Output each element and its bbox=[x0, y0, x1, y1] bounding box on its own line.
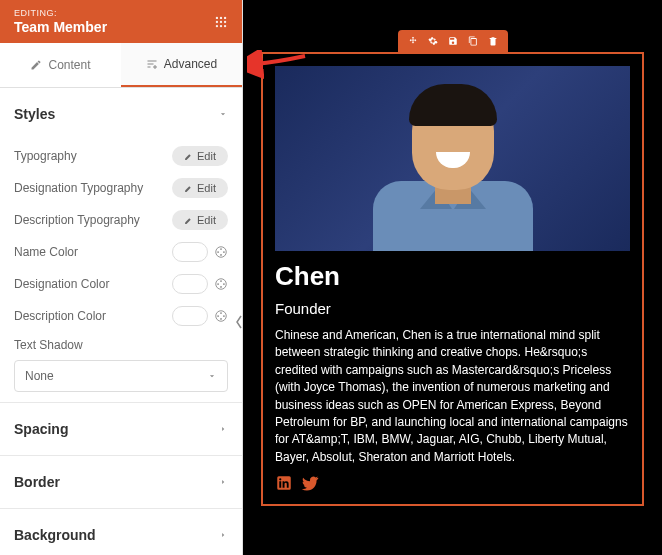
svg-point-17 bbox=[220, 286, 222, 288]
svg-point-21 bbox=[223, 315, 225, 317]
section-background-header[interactable]: Background bbox=[14, 509, 228, 555]
svg-point-3 bbox=[216, 20, 218, 22]
pencil-icon bbox=[184, 216, 193, 225]
section-border-header[interactable]: Border bbox=[14, 456, 228, 508]
section-border-title: Border bbox=[14, 474, 60, 490]
designation-typography-edit-button[interactable]: Edit bbox=[172, 178, 228, 198]
section-styles-header[interactable]: Styles bbox=[14, 88, 228, 140]
svg-point-23 bbox=[217, 315, 219, 317]
svg-point-16 bbox=[223, 283, 225, 285]
move-icon[interactable] bbox=[408, 35, 418, 47]
description-typography-label: Description Typography bbox=[14, 213, 140, 227]
editing-label: EDITING: bbox=[14, 8, 107, 18]
sliders-icon bbox=[146, 58, 158, 70]
color-picker-icon[interactable] bbox=[214, 245, 228, 259]
description-typography-edit-button[interactable]: Edit bbox=[172, 210, 228, 230]
description-color-label: Description Color bbox=[14, 309, 106, 323]
svg-point-11 bbox=[223, 251, 225, 253]
chevron-right-icon bbox=[218, 477, 228, 487]
svg-point-8 bbox=[224, 24, 226, 26]
section-styles-title: Styles bbox=[14, 106, 55, 122]
chevron-right-icon bbox=[218, 530, 228, 540]
text-shadow-select[interactable]: None bbox=[14, 360, 228, 392]
member-role: Founder bbox=[275, 300, 630, 317]
color-picker-icon[interactable] bbox=[214, 277, 228, 291]
editor-panel: EDITING: Team Member Content Advanced St… bbox=[0, 0, 243, 555]
panel-body: Styles Typography Edit Designation Typog… bbox=[0, 88, 242, 555]
svg-point-13 bbox=[217, 251, 219, 253]
chevron-down-icon bbox=[207, 371, 217, 381]
tab-advanced-label: Advanced bbox=[164, 57, 217, 71]
team-member-card[interactable]: Chen Founder Chinese and American, Chen … bbox=[261, 52, 644, 506]
typography-edit-button[interactable]: Edit bbox=[172, 146, 228, 166]
name-color-label: Name Color bbox=[14, 245, 78, 259]
pencil-icon bbox=[30, 59, 42, 71]
section-spacing-header[interactable]: Spacing bbox=[14, 403, 228, 455]
svg-point-6 bbox=[216, 24, 218, 26]
chevron-right-icon bbox=[218, 424, 228, 434]
member-name: Chen bbox=[275, 261, 630, 292]
panel-tabs: Content Advanced bbox=[0, 43, 242, 88]
svg-point-15 bbox=[220, 280, 222, 282]
apps-icon[interactable] bbox=[214, 15, 228, 29]
tab-advanced[interactable]: Advanced bbox=[121, 43, 242, 87]
member-photo bbox=[275, 66, 630, 251]
preview-canvas: Chen Founder Chinese and American, Chen … bbox=[243, 0, 662, 555]
text-shadow-value: None bbox=[25, 369, 54, 383]
duplicate-icon[interactable] bbox=[468, 35, 478, 47]
chevron-down-icon bbox=[218, 109, 228, 119]
designation-color-label: Designation Color bbox=[14, 277, 109, 291]
panel-header: EDITING: Team Member bbox=[0, 0, 242, 43]
settings-icon[interactable] bbox=[428, 35, 438, 47]
color-picker-icon[interactable] bbox=[214, 309, 228, 323]
svg-point-7 bbox=[220, 24, 222, 26]
svg-point-2 bbox=[224, 16, 226, 18]
svg-point-12 bbox=[220, 254, 222, 256]
pencil-icon bbox=[184, 184, 193, 193]
svg-point-1 bbox=[220, 16, 222, 18]
delete-icon[interactable] bbox=[488, 35, 498, 47]
collapse-panel-icon[interactable] bbox=[235, 314, 242, 330]
description-color-swatch[interactable] bbox=[172, 306, 208, 326]
element-toolbar bbox=[398, 30, 508, 52]
pencil-icon bbox=[184, 152, 193, 161]
text-shadow-label: Text Shadow bbox=[14, 338, 83, 352]
tab-content-label: Content bbox=[48, 58, 90, 72]
tab-content[interactable]: Content bbox=[0, 43, 121, 87]
svg-point-0 bbox=[216, 16, 218, 18]
section-spacing-title: Spacing bbox=[14, 421, 68, 437]
save-icon[interactable] bbox=[448, 35, 458, 47]
svg-point-4 bbox=[220, 20, 222, 22]
svg-point-20 bbox=[220, 312, 222, 314]
social-links bbox=[275, 474, 630, 492]
svg-point-5 bbox=[224, 20, 226, 22]
designation-color-swatch[interactable] bbox=[172, 274, 208, 294]
widget-name: Team Member bbox=[14, 19, 107, 35]
name-color-swatch[interactable] bbox=[172, 242, 208, 262]
svg-point-18 bbox=[217, 283, 219, 285]
typography-label: Typography bbox=[14, 149, 77, 163]
section-styles: Styles Typography Edit Designation Typog… bbox=[0, 88, 242, 392]
section-background-title: Background bbox=[14, 527, 96, 543]
svg-point-22 bbox=[220, 318, 222, 320]
twitter-icon[interactable] bbox=[301, 474, 319, 492]
member-bio: Chinese and American, Chen is a true int… bbox=[275, 327, 630, 466]
designation-typography-label: Designation Typography bbox=[14, 181, 143, 195]
svg-point-10 bbox=[220, 248, 222, 250]
linkedin-icon[interactable] bbox=[275, 474, 293, 492]
